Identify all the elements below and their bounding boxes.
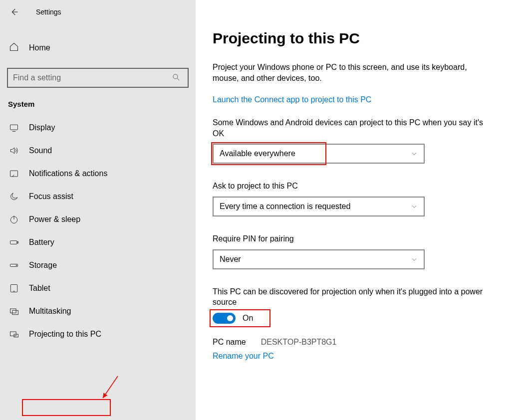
launch-connect-link[interactable]: Launch the Connect app to project to thi… xyxy=(213,95,371,104)
sidebar-item-label: Display xyxy=(29,123,55,132)
svg-rect-10 xyxy=(12,310,18,314)
svg-rect-4 xyxy=(10,241,17,244)
sidebar-home[interactable]: Home xyxy=(0,37,196,59)
app-title: Settings xyxy=(36,8,61,16)
require-pin-label: Require PIN for pairing xyxy=(213,233,492,244)
sidebar-item-multitasking[interactable]: Multitasking xyxy=(0,300,196,323)
svg-rect-5 xyxy=(17,241,18,243)
rename-pc-link[interactable]: Rename your PC xyxy=(213,352,274,361)
ask-to-project-label: Ask to project to this PC xyxy=(213,181,492,192)
focus-assist-icon xyxy=(9,192,20,202)
intro-text: Project your Windows phone or PC to this… xyxy=(213,62,492,83)
sidebar-item-battery[interactable]: Battery xyxy=(0,231,196,254)
chevron-down-icon xyxy=(411,256,418,263)
pc-name-label: PC name xyxy=(213,338,246,347)
sidebar-item-power[interactable]: Power & sleep xyxy=(0,208,196,231)
svg-rect-1 xyxy=(10,125,18,130)
sidebar-item-label: Battery xyxy=(29,238,54,247)
storage-icon xyxy=(9,260,20,270)
annotation-arrow-icon xyxy=(100,374,121,402)
toggle-state-label: On xyxy=(243,314,253,323)
projecting-icon xyxy=(9,329,20,339)
power-icon xyxy=(9,214,20,224)
sidebar-item-tablet[interactable]: Tablet xyxy=(0,277,196,300)
battery-icon xyxy=(9,237,20,247)
pc-name-value: DESKTOP-B3PT8G1 xyxy=(261,338,337,347)
ask-to-project-dropdown[interactable]: Every time a connection is requested xyxy=(213,197,425,216)
sidebar-nav: Display Sound Notifications & actions Fo… xyxy=(0,116,196,346)
toggle-thumb xyxy=(227,315,233,321)
availability-label: Some Windows and Android devices can pro… xyxy=(213,117,492,139)
annotation-highlight-sidebar xyxy=(22,399,111,416)
category-header: System xyxy=(0,88,196,116)
sidebar-item-notifications[interactable]: Notifications & actions xyxy=(0,162,196,185)
svg-point-0 xyxy=(173,74,178,79)
home-label: Home xyxy=(29,43,50,52)
home-icon xyxy=(9,42,20,54)
sidebar-item-label: Storage xyxy=(29,261,57,270)
availability-dropdown[interactable]: Available everywhere xyxy=(213,144,425,164)
dropdown-value: Every time a connection is requested xyxy=(220,202,350,211)
sidebar-item-label: Projecting to this PC xyxy=(29,330,101,339)
dropdown-value: Available everywhere xyxy=(220,149,295,158)
search-button[interactable] xyxy=(170,73,183,83)
require-pin-dropdown[interactable]: Never xyxy=(213,249,425,269)
sidebar-item-storage[interactable]: Storage xyxy=(0,254,196,277)
sidebar-item-label: Multitasking xyxy=(29,307,71,316)
sidebar-item-label: Tablet xyxy=(29,284,50,293)
page-title: Projecting to this PC xyxy=(213,30,502,47)
sidebar-item-sound[interactable]: Sound xyxy=(0,139,196,162)
sidebar-item-label: Focus assist xyxy=(29,192,73,201)
svg-rect-2 xyxy=(10,171,18,177)
sound-icon xyxy=(9,146,20,156)
title-bar: Settings xyxy=(0,0,196,24)
search-input[interactable] xyxy=(13,73,170,82)
search-icon xyxy=(172,73,181,82)
chevron-down-icon xyxy=(411,150,418,157)
tablet-icon xyxy=(9,283,20,293)
search-box[interactable] xyxy=(7,68,189,88)
sidebar-item-display[interactable]: Display xyxy=(0,116,196,139)
display-icon xyxy=(9,123,20,133)
settings-sidebar: Settings Home System Display Sound Notif… xyxy=(0,0,196,420)
dropdown-value: Never xyxy=(220,255,241,264)
svg-rect-9 xyxy=(10,309,16,313)
sidebar-item-focus-assist[interactable]: Focus assist xyxy=(0,185,196,208)
sidebar-item-projecting[interactable]: Projecting to this PC xyxy=(0,323,196,346)
arrow-left-icon xyxy=(9,7,18,16)
svg-rect-11 xyxy=(10,332,16,336)
chevron-down-icon xyxy=(411,203,418,210)
svg-rect-8 xyxy=(10,285,17,292)
main-panel: Projecting to this PC Project your Windo… xyxy=(196,0,521,420)
sidebar-item-label: Sound xyxy=(29,146,52,155)
discover-plugged-label: This PC can be discovered for projection… xyxy=(213,286,492,308)
back-button[interactable] xyxy=(9,7,19,17)
sidebar-item-label: Notifications & actions xyxy=(29,169,107,178)
pc-name-row: PC name DESKTOP-B3PT8G1 xyxy=(213,338,502,347)
notifications-icon xyxy=(9,169,20,179)
discover-toggle[interactable] xyxy=(213,313,236,324)
svg-point-7 xyxy=(16,265,17,266)
multitasking-icon xyxy=(9,306,20,316)
sidebar-item-label: Power & sleep xyxy=(29,215,80,224)
